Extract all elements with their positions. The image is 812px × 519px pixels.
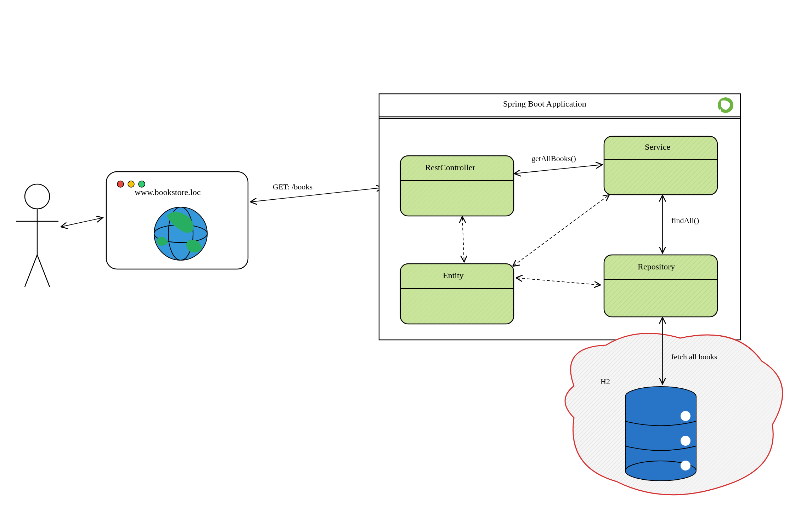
spring-app-title: Spring Boot Application [503, 99, 586, 109]
user-actor-icon [16, 184, 58, 287]
svg-point-12 [139, 181, 145, 187]
arrow-http-request [252, 188, 383, 202]
entity-label: Entity [443, 271, 464, 280]
controller-label: RestController [425, 163, 475, 172]
svg-point-4 [25, 184, 50, 209]
browser-window [106, 172, 248, 269]
browser-url: www.bookstore.loc [135, 188, 201, 197]
svg-point-10 [117, 181, 124, 187]
spring-logo-icon [718, 97, 733, 113]
database-icon [625, 387, 696, 481]
database-name: H2 [600, 377, 610, 386]
svg-point-34 [681, 461, 690, 470]
svg-point-33 [681, 436, 690, 446]
http-request-label: GET: /books [273, 182, 312, 192]
svg-point-32 [681, 411, 690, 421]
service-call-label: getAllBooks() [531, 154, 576, 163]
svg-line-7 [25, 255, 37, 287]
service-label: Service [645, 142, 670, 152]
arrow-user-browser [62, 218, 103, 227]
db-call-label: fetch all books [671, 352, 717, 361]
svg-point-20 [719, 109, 721, 112]
globe-icon [154, 207, 207, 260]
svg-rect-30 [625, 397, 696, 471]
svg-point-11 [128, 181, 134, 187]
svg-line-8 [37, 255, 50, 287]
repo-call-label: findAll() [671, 216, 699, 225]
repository-label: Repository [638, 262, 675, 272]
